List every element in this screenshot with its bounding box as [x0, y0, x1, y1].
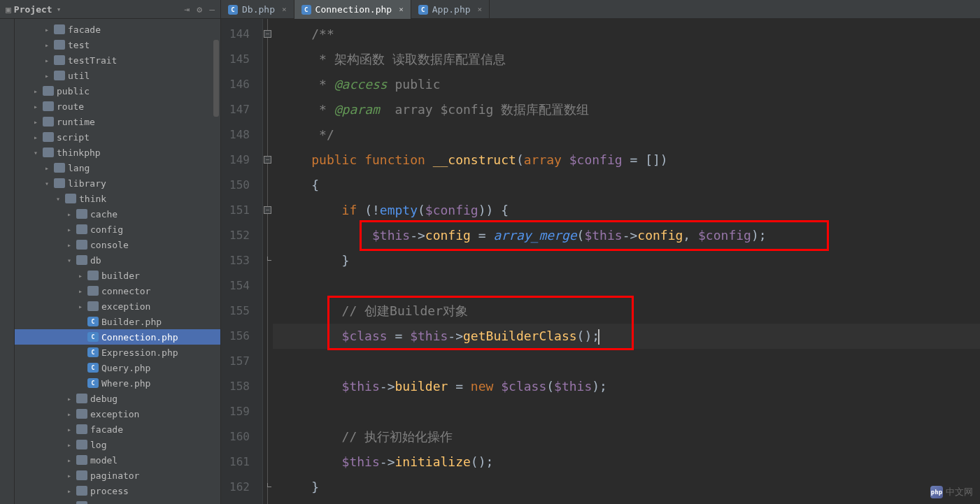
tree-item-cache[interactable]: cache [15, 206, 220, 222]
code-line-162[interactable]: } [273, 475, 980, 500]
tree-item-builder-php[interactable]: Builder.php [15, 314, 220, 329]
line-number[interactable]: 159 [229, 399, 250, 424]
tree-item-process[interactable]: process [15, 483, 220, 498]
minimize-icon[interactable]: — [209, 4, 215, 15]
tree-item-think[interactable]: think [15, 191, 220, 206]
tree-arrow-icon[interactable] [31, 134, 40, 141]
tree-arrow-icon[interactable] [43, 41, 51, 49]
tree-item-lang[interactable]: lang [15, 160, 220, 175]
line-number[interactable]: 155 [229, 298, 250, 324]
line-number[interactable]: 144 [229, 22, 250, 47]
tree-arrow-icon[interactable] [31, 118, 40, 126]
line-number[interactable]: 156 [229, 324, 250, 349]
line-number[interactable]: 154 [229, 273, 250, 298]
fold-marker-icon[interactable] [267, 483, 271, 487]
code-area[interactable]: /** * 架构函数 读取数据库配置信息 * @access public * … [273, 19, 980, 504]
tree-item-exception[interactable]: exception [15, 298, 220, 314]
code-line-161[interactable]: $this->initialize(); [273, 449, 980, 475]
tree-item-response[interactable]: response [15, 498, 220, 504]
fold-marker-icon[interactable]: − [264, 156, 271, 164]
project-tool-header[interactable]: ▣ Project ▾ ⇥ ⚙ — [0, 0, 221, 18]
tree-item-library[interactable]: library [15, 175, 220, 191]
code-line-150[interactable]: { [273, 173, 980, 198]
tree-arrow-icon[interactable] [65, 487, 73, 495]
line-number[interactable]: 158 [229, 374, 250, 399]
sidebar-scrollbar[interactable] [213, 40, 219, 117]
line-number[interactable]: 149 [229, 147, 250, 173]
tree-arrow-icon[interactable] [65, 210, 73, 218]
tree-arrow-icon[interactable] [43, 164, 51, 172]
line-number[interactable]: 157 [229, 349, 250, 374]
tree-arrow-icon[interactable] [65, 441, 73, 449]
tab-connection-php[interactable]: CConnection.php× [294, 0, 411, 19]
code-line-147[interactable]: * @param array $config 数据库配置数组 [273, 97, 980, 122]
line-number[interactable]: 161 [229, 449, 250, 475]
tree-arrow-icon[interactable] [54, 195, 62, 203]
line-number[interactable]: 152 [229, 223, 250, 248]
tree-arrow-icon[interactable] [65, 257, 73, 264]
code-line-152[interactable]: $this->config = array_merge($this->confi… [273, 223, 980, 248]
tree-item-where-php[interactable]: Where.php [15, 375, 220, 391]
line-number[interactable]: 151 [229, 198, 250, 223]
line-number[interactable]: 148 [229, 122, 250, 147]
tree-arrow-icon[interactable] [76, 287, 85, 295]
line-number[interactable]: 145 [229, 47, 250, 72]
tree-arrow-icon[interactable] [43, 26, 51, 34]
code-line-149[interactable]: public function __construct(array $confi… [273, 147, 980, 173]
tree-item-facade[interactable]: facade [15, 422, 220, 437]
tree-item-util[interactable]: util [15, 68, 220, 83]
tree-item-facade[interactable]: facade [15, 22, 220, 37]
tree-arrow-icon[interactable] [65, 395, 73, 403]
tree-item-builder[interactable]: builder [15, 268, 220, 283]
line-number[interactable]: 162 [229, 475, 250, 500]
tree-arrow-icon[interactable] [31, 87, 40, 95]
code-line-146[interactable]: * @access public [273, 72, 980, 97]
tree-item-console[interactable]: console [15, 237, 220, 252]
tree-item-route[interactable]: route [15, 99, 220, 114]
tree-item-log[interactable]: log [15, 437, 220, 452]
tree-arrow-icon[interactable] [31, 149, 40, 157]
project-tree[interactable]: facadetesttestTraitutilpublicrouteruntim… [15, 19, 220, 504]
code-line-158[interactable]: $this->builder = new $class($this); [273, 374, 980, 399]
line-number[interactable]: 150 [229, 173, 250, 198]
tree-arrow-icon[interactable] [31, 103, 40, 110]
code-line-144[interactable]: /** [273, 22, 980, 47]
tree-item-runtime[interactable]: runtime [15, 114, 220, 129]
code-line-148[interactable]: */ [273, 122, 980, 147]
tree-arrow-icon[interactable] [43, 180, 51, 187]
line-number[interactable]: 147 [229, 97, 250, 122]
tree-arrow-icon[interactable] [76, 272, 85, 280]
close-icon[interactable]: × [399, 5, 404, 14]
code-line-157[interactable] [273, 349, 980, 374]
tree-item-exception[interactable]: exception [15, 406, 220, 422]
close-icon[interactable]: × [282, 5, 287, 14]
tree-item-query-php[interactable]: Query.php [15, 360, 220, 375]
code-line-153[interactable]: } [273, 248, 980, 273]
line-number[interactable]: 146 [229, 72, 250, 97]
tree-arrow-icon[interactable] [65, 426, 73, 433]
tree-arrow-icon[interactable] [65, 226, 73, 233]
code-line-154[interactable] [273, 273, 980, 298]
code-line-160[interactable]: // 执行初始化操作 [273, 424, 980, 449]
collapse-icon[interactable]: ⇥ [185, 4, 190, 15]
tree-item-db[interactable]: db [15, 252, 220, 268]
tab-app-php[interactable]: CApp.php× [411, 0, 490, 19]
tree-arrow-icon[interactable] [65, 241, 73, 249]
line-number[interactable]: 153 [229, 248, 250, 273]
tree-arrow-icon[interactable] [65, 410, 73, 418]
fold-marker-icon[interactable]: − [264, 206, 271, 214]
tab-db-php[interactable]: CDb.php× [221, 0, 294, 19]
code-line-156[interactable]: $class = $this->getBuilderClass(); [273, 324, 980, 349]
tree-item-debug[interactable]: debug [15, 391, 220, 406]
code-line-151[interactable]: if (!empty($config)) { [273, 198, 980, 223]
tree-arrow-icon[interactable] [76, 303, 85, 310]
tree-item-public[interactable]: public [15, 83, 220, 99]
tree-arrow-icon[interactable] [65, 472, 73, 480]
tree-item-thinkphp[interactable]: thinkphp [15, 145, 220, 160]
code-line-155[interactable]: // 创建Builder对象 [273, 298, 980, 324]
tree-arrow-icon[interactable] [43, 57, 51, 64]
fold-marker-icon[interactable] [267, 257, 271, 261]
close-icon[interactable]: × [478, 5, 483, 14]
gear-icon[interactable]: ⚙ [197, 4, 202, 15]
code-line-159[interactable] [273, 399, 980, 424]
